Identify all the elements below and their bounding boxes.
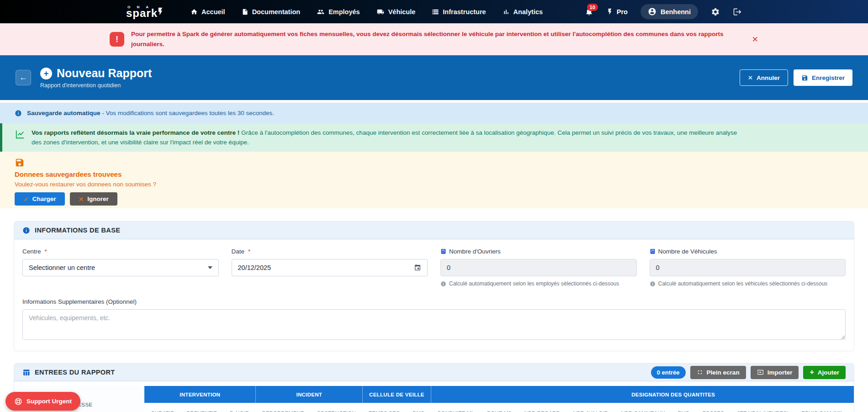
urgent-support-button[interactable]: Support Urgent [5, 392, 80, 411]
people-icon [317, 8, 325, 16]
nav-label: Documentation [252, 8, 301, 16]
workers-label: Nombre d'Ouvriers [440, 248, 637, 255]
page-header: ← + Nouveau Rapport Rapport d'interventi… [0, 55, 868, 100]
info-icon [650, 281, 656, 287]
section-title: INFORMATIONS DE BASE [35, 227, 120, 234]
table-group-header: INCIDENT [255, 386, 362, 403]
table-column-header: BMS [406, 403, 431, 412]
info-icon [22, 227, 30, 234]
extra-info-textarea[interactable] [22, 309, 846, 340]
add-entry-button[interactable]: + Ajouter [803, 366, 846, 379]
bar-chart-icon [503, 8, 510, 16]
nav-item-documentation[interactable]: Documentation [242, 8, 301, 16]
vehicles-label: Nombre de Véhicules [650, 248, 846, 255]
table-group-header: INTERVENTION [144, 386, 255, 403]
import-file-icon [757, 369, 764, 375]
workers-field: Nombre d'Ouvriers Calculé automatiquemen… [440, 248, 637, 287]
support-label: Support Urgent [26, 398, 72, 405]
restore-banner: Donnees sauvegardees trouvees Voulez-vou… [0, 152, 868, 208]
centre-field: Centre* Selectionner un centre [22, 248, 219, 287]
required-asterisk: * [45, 248, 47, 255]
extra-info-label: Informations Supplementaires (Optionnel) [22, 298, 846, 306]
pro-badge[interactable]: Pro [606, 8, 628, 16]
user-name: Benhenni [661, 8, 691, 16]
main-menu: Accueil Documentation Employés Véhicule … [191, 8, 543, 16]
extra-info-field: Informations Supplementaires (Optionnel) [22, 298, 846, 342]
table-column-header: P. NOIR [223, 403, 256, 412]
entries-table-header: ADRESSE INTERVENTIONCURATIFPREVENTIFP. N… [14, 386, 854, 412]
table-group-header: CELLULE DE VEILLE [362, 386, 431, 403]
notifications-button[interactable]: 10 [585, 7, 593, 16]
required-asterisk: * [248, 248, 250, 255]
performance-banner: Vos rapports reflètent désormais la vrai… [0, 123, 868, 152]
save-label: Enregistrer [812, 74, 845, 81]
table-column-header: TEMPS SEC [362, 403, 406, 412]
home-icon [191, 8, 198, 16]
nav-label: Infrastructure [443, 8, 486, 16]
nav-item-employes[interactable]: Employés [317, 8, 360, 16]
nav-item-analytics[interactable]: Analytics [503, 8, 543, 16]
x-icon: ✕ [79, 196, 84, 202]
centre-select[interactable]: Selectionner un centre [22, 259, 219, 276]
table-column-header: DVO [672, 403, 696, 412]
nav-item-infrastructure[interactable]: Infrastructure [432, 8, 486, 16]
server-icon [432, 8, 439, 16]
app-logo[interactable]: O N A spark [126, 4, 165, 20]
table-groups: INTERVENTIONCURATIFPREVENTIFP. NOIRINCID… [144, 386, 854, 412]
base-info-header: INFORMATIONS DE BASE [14, 222, 854, 239]
save-button[interactable]: Enregistrer [794, 69, 852, 86]
entries-count-badge: 0 entrée [651, 366, 686, 379]
table-column-header: BOUE M3 [481, 403, 518, 412]
autosave-bold: Sauvegarde automatique [27, 110, 101, 116]
calendar-icon [414, 264, 421, 271]
table-column-header: CURATIF [144, 403, 180, 412]
fullscreen-button[interactable]: Plein ecran [690, 366, 746, 379]
table-column-header: NBR REGARD [518, 403, 566, 412]
top-navbar: O N A spark Accueil Documentation Employ… [0, 0, 868, 23]
nav-item-vehicule[interactable]: Véhicule [376, 8, 416, 16]
date-label: Date* [232, 248, 428, 255]
nav-label: Véhicule [388, 8, 416, 16]
import-label: Importer [767, 369, 793, 376]
nav-label: Employés [328, 8, 360, 16]
trending-chart-icon [15, 129, 25, 139]
lightning-bolt-icon [156, 5, 165, 17]
user-menu-button[interactable]: Benhenni [640, 4, 698, 19]
nav-item-accueil[interactable]: Accueil [191, 8, 225, 16]
logo-sub-text: O N A [127, 5, 151, 9]
section-title: ENTREES DU RAPPORT [35, 369, 115, 376]
document-icon [242, 8, 249, 16]
table-column-header: DEBORDEMENT [255, 403, 310, 412]
close-icon[interactable]: ✕ [752, 35, 758, 44]
page-subtitle: Rapport d'intervention quotidien [40, 82, 152, 89]
base-info-card: INFORMATIONS DE BASE Centre* Selectionne… [14, 221, 854, 351]
logout-icon[interactable] [733, 7, 742, 16]
cancel-x-icon: ✕ [748, 74, 753, 81]
page-title: Nouveau Rapport [57, 67, 152, 80]
autosave-text: Sauvegarde automatique - Vos modificatio… [27, 110, 274, 116]
table-column-header: OBSTRUCTION [310, 403, 362, 412]
table-icon [22, 369, 30, 376]
exclamation-glyph: ! [116, 35, 118, 44]
table-column-header: NBR AVALOIR [566, 403, 614, 412]
settings-gear-icon[interactable] [711, 7, 720, 16]
back-button[interactable]: ← [16, 70, 31, 85]
ignore-saved-data-button[interactable]: ✕ Ignorer [70, 192, 117, 206]
date-value: 20/12/2025 [238, 264, 414, 271]
plus-icon: + [810, 370, 814, 375]
date-field: Date* 20/12/2025 [232, 248, 428, 287]
restore-title: Donnees sauvegardees trouvees [15, 170, 853, 178]
import-button[interactable]: Importer [751, 366, 799, 379]
load-saved-data-button[interactable]: ✓ Charger [15, 192, 65, 206]
cancel-button[interactable]: ✕ Annuler [740, 69, 788, 86]
date-input[interactable]: 20/12/2025 [232, 259, 428, 276]
restore-question: Voulez-vous restaurer vos donnees non so… [15, 181, 853, 188]
performance-bold: Vos rapports reflètent désormais la vrai… [32, 129, 239, 136]
calculator-icon [440, 248, 446, 255]
warning-banner: ! Pour permettre à Spark de générer auto… [0, 23, 868, 55]
pro-bolt-icon [606, 8, 614, 16]
pro-label: Pro [617, 8, 628, 16]
info-icon [15, 110, 22, 117]
truck-icon [376, 8, 385, 16]
cancel-label: Annuler [757, 74, 780, 81]
